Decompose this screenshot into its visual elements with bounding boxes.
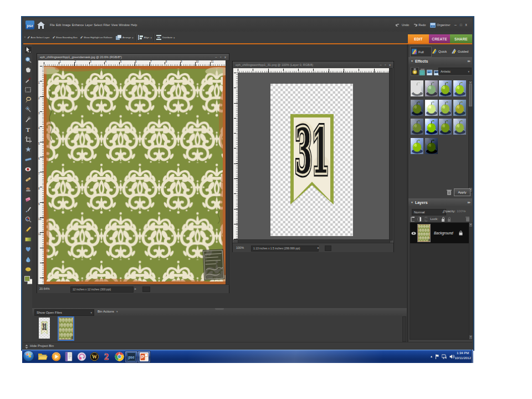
- effects-trash-icon[interactable]: [447, 189, 452, 195]
- collapse-triangle-icon[interactable]: ▼: [411, 201, 413, 204]
- mode-quick-button[interactable]: Quick: [432, 47, 447, 56]
- effect-thumbnail-13[interactable]: [411, 138, 423, 154]
- taskbar-photo-app-icon[interactable]: [75, 351, 88, 362]
- effect-thumbnail-8[interactable]: [453, 100, 466, 116]
- align-dropdown-arrow[interactable]: ▾: [150, 36, 152, 39]
- tab-create[interactable]: CREATE: [429, 34, 450, 43]
- window-minimize-button[interactable]: –: [454, 18, 457, 32]
- apply-button[interactable]: Apply: [454, 188, 470, 196]
- tray-action-center-flag-icon[interactable]: [435, 354, 439, 359]
- menu-help[interactable]: Help: [131, 18, 137, 32]
- redo-icon[interactable]: [412, 23, 417, 27]
- bin-actions-button[interactable]: Bin Actions: [98, 310, 114, 313]
- tool-cookie-cutter-icon[interactable]: [25, 146, 32, 153]
- new-layer-icon[interactable]: [411, 217, 415, 222]
- scroll-up-arrow[interactable]: ▴: [469, 223, 472, 227]
- distribute-button[interactable]: Distribute: [162, 36, 172, 39]
- mode-guided-button[interactable]: Guided: [451, 47, 468, 56]
- effects-category-dropdown[interactable]: Artistic ▾: [438, 68, 472, 75]
- tool-move-icon[interactable]: [25, 47, 32, 53]
- checkbox-auto-select-layer[interactable]: ✓: [27, 35, 30, 40]
- doc2-title-bar[interactable]: eph_chillingsworthpp1_31.png @ 100% (Lay…: [233, 62, 393, 68]
- redo-button[interactable]: Redo: [418, 18, 426, 32]
- effect-thumbnail-2[interactable]: [425, 80, 438, 96]
- organizer-icon[interactable]: [430, 23, 436, 28]
- taskbar-chrome-icon[interactable]: [113, 351, 125, 362]
- layer-row-background[interactable]: Background: [410, 223, 469, 243]
- doc2-zoom-level[interactable]: 100%: [236, 246, 244, 249]
- layer-visibility-eye-icon[interactable]: [411, 232, 416, 235]
- effect-thumbnail-12[interactable]: [453, 119, 466, 135]
- layers-scrollbar[interactable]: ▴ ▾: [469, 222, 473, 340]
- tool-crop-icon[interactable]: [25, 136, 32, 143]
- menu-select[interactable]: Select: [94, 18, 102, 32]
- effect-thumbnail-5[interactable]: [411, 100, 423, 116]
- menu-image[interactable]: Image: [62, 18, 70, 32]
- distribute-dropdown-arrow[interactable]: ▾: [173, 36, 175, 39]
- effect-thumbnail-14[interactable]: [425, 138, 438, 154]
- taskbar-media-player-icon[interactable]: [50, 351, 62, 362]
- bin-grip-handle[interactable]: [215, 308, 224, 310]
- home-icon[interactable]: [37, 22, 45, 29]
- delete-layer-icon[interactable]: [466, 216, 469, 222]
- tray-show-hidden-icon[interactable]: ▲: [430, 355, 433, 358]
- menu-view[interactable]: View: [111, 18, 118, 32]
- undo-icon[interactable]: [396, 23, 401, 27]
- tool-healing-brush-icon[interactable]: [25, 176, 32, 183]
- tool-eraser-icon[interactable]: [25, 196, 32, 203]
- taskbar-wow-icon[interactable]: W: [88, 351, 100, 362]
- effect-thumbnail-1[interactable]: [411, 80, 423, 96]
- effects-layer-styles-button[interactable]: [420, 68, 426, 74]
- lock-all-icon[interactable]: [441, 217, 444, 222]
- foreground-color-swatch[interactable]: [24, 276, 30, 282]
- link-layers-icon[interactable]: [424, 217, 427, 222]
- lock-transparent-icon[interactable]: [447, 217, 451, 222]
- doc2-canvas-image[interactable]: [270, 84, 353, 236]
- doc2-status-arrow-icon[interactable]: ▸: [318, 245, 319, 249]
- tool-brush-icon[interactable]: [25, 206, 32, 213]
- arrange-dropdown-arrow[interactable]: ▾: [132, 36, 134, 39]
- effect-thumbnail-10[interactable]: [425, 119, 438, 135]
- tab-share[interactable]: SHARE: [450, 34, 472, 43]
- start-button[interactable]: [23, 350, 34, 362]
- doc1-title-bar[interactable]: eph_chillingsworthpp1_greendamask.jpg @ …: [37, 54, 229, 60]
- scroll-down-arrow[interactable]: ▾: [469, 335, 472, 339]
- menu-enhance[interactable]: Enhance: [72, 18, 84, 32]
- effect-thumbnail-11[interactable]: [439, 119, 452, 135]
- scroll-thumb[interactable]: [469, 84, 472, 106]
- checkbox-show-highlight-on-rollover[interactable]: ✓: [80, 35, 83, 40]
- bin-scrollbar[interactable]: [402, 316, 406, 342]
- effects-photo-effects-button[interactable]: [427, 68, 433, 74]
- window-maximize-button[interactable]: □: [460, 18, 462, 32]
- tool-straighten-icon[interactable]: [25, 156, 32, 163]
- show-desktop-button[interactable]: [471, 350, 473, 363]
- tool-zoom-icon[interactable]: [25, 57, 32, 63]
- doc2-dimensions[interactable]: 1.13 inches x 1.5 inches (299.999 ppi): [251, 245, 319, 252]
- effect-thumbnail-9[interactable]: [411, 119, 423, 135]
- tray-volume-icon[interactable]: [449, 354, 454, 359]
- doc2-vscrollbar[interactable]: [389, 68, 393, 241]
- bin-thumbnail-banner[interactable]: [39, 318, 50, 339]
- tool-lasso-icon[interactable]: [25, 96, 32, 103]
- doc1-window-buttons[interactable]: – ▫ x: [215, 55, 227, 59]
- menu-window[interactable]: Window: [119, 18, 130, 32]
- doc1-status-box[interactable]: [142, 287, 150, 292]
- effect-thumbnail-7[interactable]: [439, 100, 452, 116]
- taskbar-pse-icon[interactable]: pse: [125, 351, 138, 363]
- doc1-dimensions[interactable]: 12 inches x 12 inches (300 ppi): [70, 287, 134, 293]
- tool-magic-wand-icon[interactable]: [25, 106, 32, 113]
- opacity-stepper-icon[interactable]: ▾: [464, 209, 466, 213]
- bin-actions-arrow-icon[interactable]: ▾: [116, 310, 118, 313]
- effects-panel-header[interactable]: ▼Effects ▸▸: [408, 57, 472, 65]
- doc1-canvas-image[interactable]: [44, 66, 226, 284]
- blend-mode-dropdown[interactable]: Normal ▾: [412, 209, 446, 216]
- mode-full-button[interactable]: Full: [410, 47, 432, 57]
- effects-filters-button[interactable]: [411, 67, 419, 76]
- doc1-vscrollbar[interactable]: [226, 60, 229, 285]
- tool-eyedropper-icon[interactable]: [25, 76, 32, 83]
- doc2-window-buttons[interactable]: – ▫ x: [380, 63, 392, 67]
- effect-thumbnail-6[interactable]: [425, 100, 438, 116]
- adjustment-layer-icon[interactable]: [417, 217, 421, 222]
- tool-blur-icon[interactable]: [25, 256, 32, 263]
- tool-shape-icon[interactable]: [25, 246, 32, 253]
